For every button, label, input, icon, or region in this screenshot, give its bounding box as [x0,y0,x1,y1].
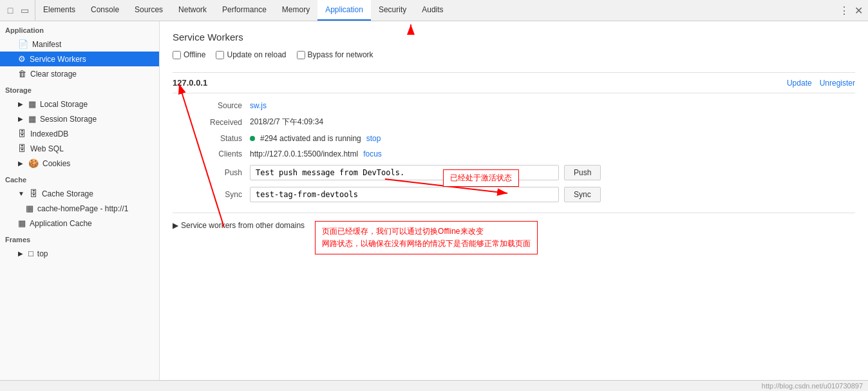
update-link[interactable]: Update [787,79,812,88]
tab-sources[interactable]: Sources [127,0,171,21]
sidebar-local-storage-label: Local Storage [40,100,88,109]
annotation-activated: 已经处于激活状态 [443,169,519,187]
sidebar-item-service-workers[interactable]: ⚙ Service Workers [0,52,159,66]
sidebar-item-local-storage[interactable]: ▶ ▦ Local Storage [0,97,159,111]
sync-label: Sync [198,187,250,202]
other-domains-expand[interactable]: ▶ Service workers from other domains [173,221,305,230]
sidebar-item-indexeddb[interactable]: 🗄 IndexedDB [0,126,159,141]
status-value: #294 activated and is running stop [250,134,855,143]
cookies-icon: 🍪 [28,158,39,168]
source-file-link[interactable]: sw.js [250,101,267,110]
tab-network[interactable]: Network [171,0,214,21]
sidebar-section-storage: Storage [0,81,159,97]
sidebar-item-cookies[interactable]: ▶ 🍪 Cookies [0,156,159,171]
offline-checkbox-label[interactable]: Offline [173,50,205,59]
more-icon[interactable]: ⋮ [839,5,849,17]
sidebar-item-application-cache[interactable]: ▦ Application Cache [0,216,159,231]
section-title: Service Workers [173,32,855,43]
status-dot [250,136,255,141]
sidebar-item-top[interactable]: ▶ □ top [0,246,159,261]
indexeddb-icon: 🗄 [18,129,26,138]
received-label: Received [198,117,250,128]
focus-link[interactable]: focus [363,149,382,158]
content-panel: Service Workers Offline Update on reload… [160,21,868,380]
update-checkbox[interactable] [216,51,224,59]
offline-checkbox[interactable] [173,51,181,59]
sidebar-item-session-storage[interactable]: ▶ ▦ Session Storage [0,111,159,126]
tab-bar-end: ⋮ ✕ [834,5,868,17]
push-value: Push [250,165,855,180]
expand-arrow-local: ▶ [18,100,23,108]
received-value: 2018/2/7 下午4:09:34 [250,117,855,128]
bottom-annotation-text: 页面已经缓存，我们可以通过切换Offline来改变网路状态，以确保在没有网络的情… [322,227,531,248]
content-wrapper: Service Workers Offline Update on reload… [160,21,868,380]
tab-application[interactable]: Application [317,0,371,21]
host-row: 127.0.0.1 Update Unregister [173,72,855,93]
bottom-annotation: 页面已经缓存，我们可以通过切换Offline来改变网路状态，以确保在没有网络的情… [315,221,538,254]
other-domains-section: ▶ Service workers from other domains 页面已… [173,213,855,254]
sync-input[interactable] [250,187,559,202]
footer-bar: http://blog.csdn.net/u010730897 [0,380,868,391]
stop-link[interactable]: stop [366,134,381,143]
other-domains-label: Service workers from other domains [181,221,305,230]
push-input-row: Push [250,165,601,180]
expand-arrow-cookies: ▶ [18,160,23,167]
sidebar-clear-storage-label: Clear storage [30,70,77,79]
expand-arrow-top: ▶ [18,250,23,257]
tab-audits[interactable]: Audits [414,0,451,21]
sidebar-item-cache-storage[interactable]: ▼ 🗄 Cache Storage [0,186,159,201]
sync-button[interactable]: Sync [564,187,601,202]
application-cache-icon: ▦ [18,218,26,228]
sidebar-item-manifest[interactable]: 📄 Manifest [0,37,159,52]
session-storage-icon: ▦ [28,114,36,124]
cache-homepage-icon: ▦ [26,204,33,213]
expand-arrow-session: ▶ [18,115,23,122]
unregister-link[interactable]: Unregister [820,79,855,88]
dock-left-icon[interactable]: □ [5,5,15,15]
tab-bar-icons: □ ▭ [0,0,35,21]
sidebar-manifest-label: Manifest [32,40,61,49]
clients-label: Clients [198,149,250,158]
clear-storage-icon: 🗑 [18,69,26,79]
push-label: Push [198,165,250,180]
detail-grid: Source sw.js Received 2018/2/7 下午4:09:34… [198,101,855,202]
tab-console[interactable]: Console [83,0,127,21]
sidebar-application-cache-label: Application Cache [30,219,92,228]
main-area: Application 📄 Manifest ⚙ Service Workers… [0,21,868,380]
sidebar-section-application: Application [0,21,159,37]
sidebar-websql-label: Web SQL [30,144,64,153]
sidebar-top-label: top [37,249,48,258]
host-name: 127.0.0.1 [173,78,207,88]
sidebar-service-workers-label: Service Workers [30,55,86,64]
offline-label: Offline [184,50,205,59]
cache-storage-icon: 🗄 [30,189,38,198]
source-value: sw.js [250,101,855,110]
status-label: Status [198,134,250,143]
update-checkbox-label[interactable]: Update on reload [216,50,286,59]
bypass-checkbox-label[interactable]: Bypass for network [297,50,373,59]
sidebar-indexeddb-label: IndexedDB [30,129,68,138]
sidebar-cache-homepage-label: cache-homePage - http://1 [37,204,128,213]
sidebar: Application 📄 Manifest ⚙ Service Workers… [0,21,160,380]
host-links: Update Unregister [787,79,855,88]
sidebar-item-cache-homepage[interactable]: ▦ cache-homePage - http://1 [0,201,159,216]
service-workers-icon: ⚙ [18,54,26,64]
sidebar-item-clear-storage[interactable]: 🗑 Clear storage [0,66,159,81]
dock-bottom-icon[interactable]: ▭ [19,5,30,15]
expand-arrow-cache: ▼ [18,190,24,197]
footer-text: http://blog.csdn.net/u010730897 [762,382,863,390]
websql-icon: 🗄 [18,144,26,153]
sidebar-item-websql[interactable]: 🗄 Web SQL [0,141,159,156]
tab-performance[interactable]: Performance [214,0,274,21]
close-icon[interactable]: ✕ [854,5,863,17]
sidebar-section-cache: Cache [0,171,159,186]
tab-memory[interactable]: Memory [274,0,317,21]
sync-value: Sync [250,187,855,202]
options-row: Offline Update on reload Bypass for netw… [173,50,855,59]
clients-url: http://127.0.0.1:5500/index.html [250,149,358,158]
push-button[interactable]: Push [564,165,601,180]
bypass-checkbox[interactable] [297,51,305,59]
tab-security[interactable]: Security [371,0,414,21]
tab-elements[interactable]: Elements [35,0,83,21]
manifest-icon: 📄 [18,39,28,49]
